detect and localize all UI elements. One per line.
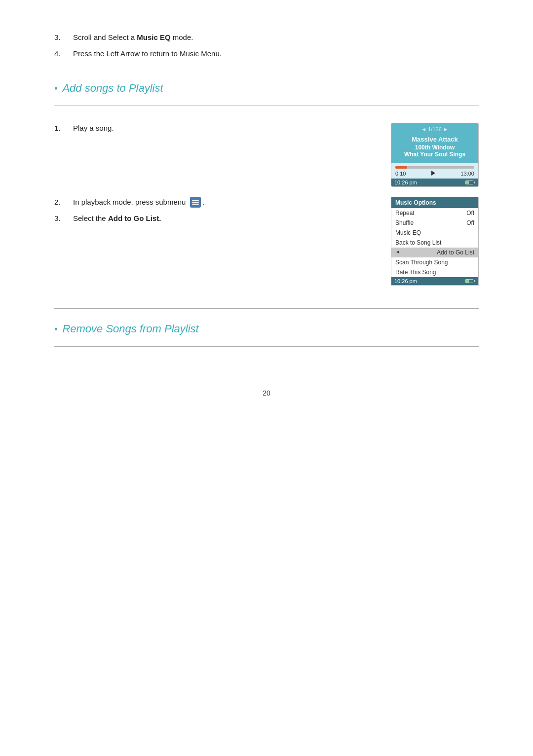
- page-number: 20: [54, 389, 479, 397]
- options-row-backtosonglist: Back to Song List: [391, 238, 478, 248]
- options-addtogolist-label: Add to Go List: [437, 249, 474, 256]
- progress-bar-bg: [395, 166, 474, 169]
- add-step-3-text: Select the Add to Go List.: [73, 213, 381, 224]
- remove-songs-heading-area: ▪ Remove Songs from Playlist: [54, 320, 479, 347]
- options-shuffle-label: Shuffle: [395, 219, 414, 226]
- options-row-repeat: Repeat Off: [391, 208, 478, 218]
- options-addtogolist-arrow: ◄: [395, 249, 400, 256]
- options-battery-fill: [466, 280, 469, 283]
- play-button-icon: [431, 171, 435, 177]
- submenu-icon: [190, 197, 201, 208]
- play-screen-album: 100th Window: [395, 144, 474, 151]
- play-status-time: 10:26 pm: [394, 180, 417, 185]
- battery-icon: [465, 180, 475, 184]
- play-screen-device: ◄ 1/126 ► Massive Attack 100th Window Wh…: [391, 123, 479, 187]
- options-status-time: 10:26 pm: [394, 278, 417, 284]
- options-repeat-label: Repeat: [395, 210, 415, 216]
- options-row-ratethissong: Rate This Song: [391, 267, 478, 277]
- submenu-line-2: [192, 202, 199, 203]
- intro-steps: 3. Scroll and Select a Music EQ mode. 4.…: [54, 32, 479, 59]
- submenu-line-1: [192, 200, 199, 201]
- add-songs-section: ▪ Add songs to Playlist 1. Play a song. …: [54, 79, 479, 294]
- options-battery-tip: [474, 280, 475, 282]
- add-songs-title: Add songs to Playlist: [62, 82, 163, 95]
- options-row-shuffle: Shuffle Off: [391, 218, 478, 228]
- options-screen-device: Music Options Repeat Off Shuffle Off Mus…: [391, 197, 479, 286]
- steps23-area: 2. In playback mode, press submenu .: [54, 197, 479, 286]
- step-3-number: 3.: [54, 32, 73, 43]
- options-shuffle-value: Off: [466, 219, 474, 226]
- step1-text-col: 1. Play a song.: [54, 123, 381, 139]
- add-step-3-number: 3.: [54, 213, 73, 224]
- step-3: 3. Scroll and Select a Music EQ mode.: [54, 32, 479, 43]
- top-divider: [54, 20, 479, 20]
- add-step-1: 1. Play a song.: [54, 123, 381, 134]
- options-row-addtogolist: ◄ Add to Go List: [391, 248, 478, 257]
- progress-bar-fill: [395, 166, 407, 169]
- play-screen-header: ◄ 1/126 ► Massive Attack 100th Window Wh…: [391, 123, 478, 163]
- time-elapsed: 0:10: [395, 171, 406, 177]
- remove-songs-heading: ▪ Remove Songs from Playlist: [54, 320, 479, 335]
- step1-area: 1. Play a song. ◄ 1/126 ► Massive Attack…: [54, 123, 479, 187]
- step-4: 4. Press the Left Arrow to return to Mus…: [54, 48, 479, 60]
- play-screen-song: What Your Soul Sings: [395, 151, 474, 158]
- add-songs-content: 1. Play a song. ◄ 1/126 ► Massive Attack…: [54, 114, 479, 294]
- battery-fill: [466, 181, 469, 184]
- remove-songs-title: Remove Songs from Playlist: [62, 323, 198, 335]
- options-row-scanthroughsong: Scan Through Song: [391, 257, 478, 267]
- step-4-text: Press the Left Arrow to return to Music …: [73, 48, 479, 60]
- battery-body: [465, 180, 473, 184]
- add-step-2: 2. In playback mode, press submenu .: [54, 197, 381, 208]
- battery-tip: [474, 181, 475, 183]
- add-step-3: 3. Select the Add to Go List.: [54, 213, 381, 224]
- remove-heading-bullet: ▪: [54, 324, 57, 334]
- submenu-line-3: [192, 204, 199, 205]
- play-screen-progress-area: 0:10 13:00: [391, 163, 478, 179]
- add-step-2-number: 2.: [54, 197, 73, 208]
- add-step-1-text: Play a song.: [73, 123, 381, 134]
- heading-bullet: ▪: [54, 83, 57, 94]
- options-battery-body: [465, 279, 473, 283]
- options-scanthroughsong-label: Scan Through Song: [395, 259, 448, 266]
- play-screen-statusbar: 10:26 pm: [391, 179, 478, 186]
- add-step-2-text: In playback mode, press submenu .: [73, 197, 381, 208]
- play-screen-nav: ◄ 1/126 ►: [395, 126, 474, 132]
- remove-songs-section: ▪ Remove Songs from Playlist: [54, 309, 479, 360]
- progress-time-row: 0:10 13:00: [395, 171, 474, 177]
- options-backtosonglist-label: Back to Song List: [395, 239, 441, 246]
- submenu-icon-lines: [190, 197, 201, 208]
- step-3-text: Scroll and Select a Music EQ mode.: [73, 32, 479, 43]
- add-songs-heading: ▪ Add songs to Playlist: [54, 79, 479, 95]
- options-repeat-value: Off: [466, 210, 474, 216]
- play-screen-artist: Massive Attack: [395, 135, 474, 144]
- step-4-number: 4.: [54, 48, 73, 60]
- options-battery-icon: [465, 279, 475, 283]
- options-statusbar: 10:26 pm: [391, 277, 478, 285]
- time-total: 13:00: [460, 171, 474, 177]
- options-ratethissong-label: Rate This Song: [395, 269, 436, 276]
- add-step-1-number: 1.: [54, 123, 73, 134]
- steps23-text-col: 2. In playback mode, press submenu .: [54, 197, 381, 229]
- options-musiceq-label: Music EQ: [395, 229, 421, 236]
- options-header: Music Options: [391, 197, 478, 208]
- add-songs-heading-area: ▪ Add songs to Playlist: [54, 79, 479, 106]
- options-row-musiceq: Music EQ: [391, 228, 478, 238]
